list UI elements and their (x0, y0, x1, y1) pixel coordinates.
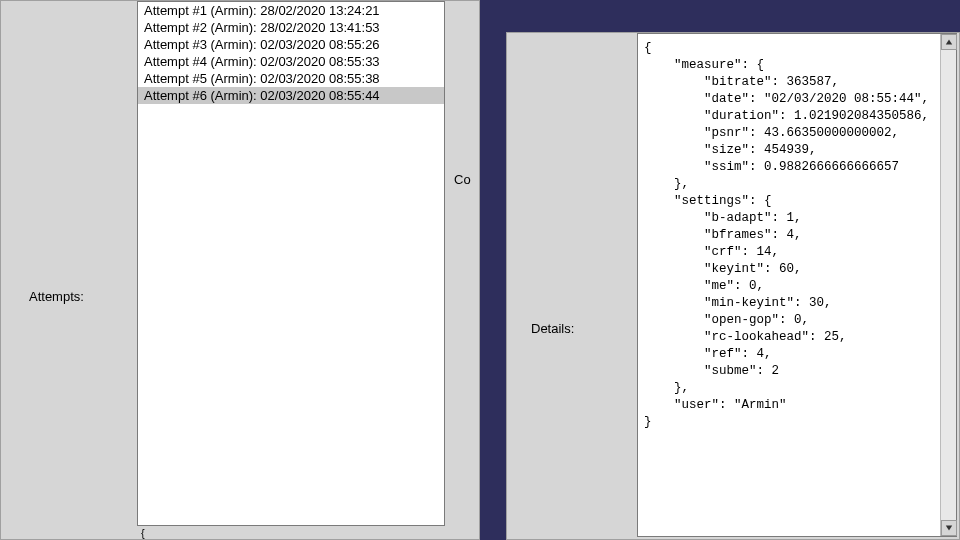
scroll-up-button[interactable] (941, 34, 957, 50)
attempts-panel: Attempts: Attempt #1 (Armin): 28/02/2020… (0, 0, 480, 540)
attempts-bottom-snippet: { (137, 525, 445, 539)
attempts-listbox[interactable]: Attempt #1 (Armin): 28/02/2020 13:24:21A… (137, 1, 445, 527)
details-box: { "measure": { "bitrate": 363587, "date"… (637, 33, 957, 537)
details-panel: Details: { "measure": { "bitrate": 36358… (506, 32, 960, 540)
svg-marker-1 (946, 526, 952, 531)
details-scrollbar[interactable] (940, 34, 956, 536)
chevron-up-icon (945, 38, 953, 46)
details-label: Details: (531, 321, 574, 336)
scroll-down-button[interactable] (941, 520, 957, 536)
truncated-label: Co (452, 172, 473, 187)
attempt-item-1[interactable]: Attempt #1 (Armin): 28/02/2020 13:24:21 (138, 2, 444, 19)
attempt-item-4[interactable]: Attempt #4 (Armin): 02/03/2020 08:55:33 (138, 53, 444, 70)
svg-marker-0 (946, 40, 952, 45)
attempt-item-6[interactable]: Attempt #6 (Armin): 02/03/2020 08:55:44 (138, 87, 444, 104)
attempt-item-3[interactable]: Attempt #3 (Armin): 02/03/2020 08:55:26 (138, 36, 444, 53)
chevron-down-icon (945, 524, 953, 532)
attempt-item-5[interactable]: Attempt #5 (Armin): 02/03/2020 08:55:38 (138, 70, 444, 87)
attempt-item-2[interactable]: Attempt #2 (Armin): 28/02/2020 13:41:53 (138, 19, 444, 36)
details-json-text[interactable]: { "measure": { "bitrate": 363587, "date"… (638, 34, 938, 536)
attempts-label: Attempts: (29, 289, 84, 304)
